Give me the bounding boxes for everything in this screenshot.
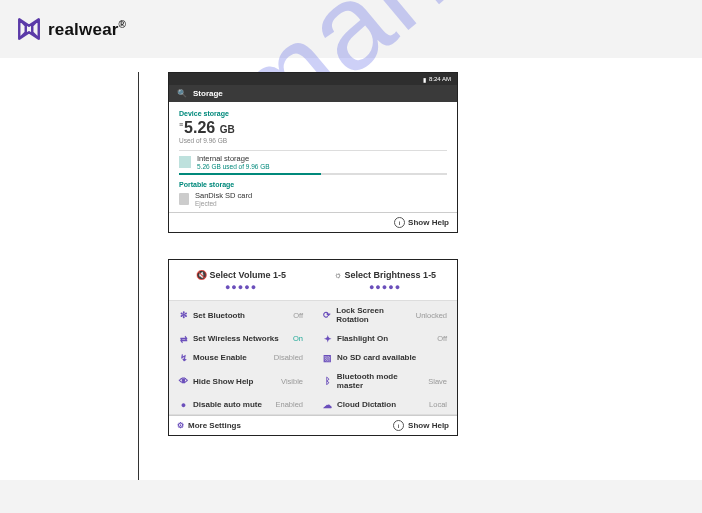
brand-logo: realwear® <box>16 16 126 42</box>
brightness-label: Select Brightness 1-5 <box>345 270 437 280</box>
search-icon: 🔍 <box>177 89 187 98</box>
storage-used-value: ≡5.26 GB <box>179 119 447 137</box>
lock-rotation[interactable]: ⟳Lock Screen Rotation Unlocked <box>313 301 457 329</box>
realwear-icon <box>16 16 42 42</box>
android-status-bar: ▮ 8:24 AM <box>169 73 457 85</box>
volume-slider[interactable]: 🔇 Select Volume 1-5 ●●●●● <box>169 260 313 300</box>
storage-used-caption: Used of 9.96 GB <box>179 137 447 144</box>
section-divider <box>138 72 139 482</box>
set-wireless[interactable]: ⇄Set Wireless Networks On <box>169 329 313 348</box>
storage-screenshot: ▮ 8:24 AM 🔍 Storage Device storage ≡5.26… <box>168 72 458 233</box>
brightness-dots: ●●●●● <box>313 282 457 292</box>
internal-storage-detail: 5.26 GB used of 9.96 GB <box>197 163 270 170</box>
quick-settings-sliders: 🔇 Select Volume 1-5 ●●●●● ☼ Select Brigh… <box>169 260 457 300</box>
more-settings-button[interactable]: ⚙ More Settings <box>177 421 241 430</box>
set-bluetooth[interactable]: ✻Set Bluetooth Off <box>169 301 313 329</box>
flashlight-icon: ✦ <box>323 334 332 343</box>
disk-icon <box>179 156 191 168</box>
quick-settings-screenshot: 🔇 Select Volume 1-5 ●●●●● ☼ Select Brigh… <box>168 259 458 436</box>
volume-dots: ●●●●● <box>169 282 313 292</box>
device-storage-label: Device storage <box>179 110 447 117</box>
battery-icon: ▮ <box>423 76 426 83</box>
rotation-icon: ⟳ <box>323 311 331 320</box>
flashlight[interactable]: ✦Flashlight On Off <box>313 329 457 348</box>
show-help-label: Show Help <box>408 218 449 227</box>
wifi-icon: ⇄ <box>179 334 188 343</box>
bt-mode-icon: ᛒ <box>323 377 332 386</box>
storage-body: Device storage ≡5.26 GB Used of 9.96 GB … <box>169 102 457 212</box>
storage-progress <box>179 173 447 175</box>
brand-name: realwear® <box>48 19 126 40</box>
portable-storage-label: Portable storage <box>179 181 447 188</box>
mouse-enable[interactable]: ↯Mouse Enable Disabled <box>169 348 313 367</box>
sd-icon: ▧ <box>323 353 332 362</box>
internal-storage-row[interactable]: Internal storage 5.26 GB used of 9.96 GB <box>179 150 447 171</box>
screen-title: Storage <box>193 89 223 98</box>
brightness-slider[interactable]: ☼ Select Brightness 1-5 ●●●●● <box>313 260 457 300</box>
hide-show-help[interactable]: 👁Hide Show Help Visible <box>169 367 313 395</box>
internal-storage-name: Internal storage <box>197 154 270 163</box>
storage-progress-fill <box>179 173 321 175</box>
volume-label: Select Volume 1-5 <box>210 270 286 280</box>
help-icon: i <box>394 217 405 228</box>
sd-card-name: SanDisk SD card <box>195 191 252 200</box>
bluetooth-icon: ✻ <box>179 311 188 320</box>
sd-card-status-cell[interactable]: ▧No SD card available <box>313 348 457 367</box>
help-icon: i <box>393 420 404 431</box>
quick-settings-grid: ✻Set Bluetooth Off ⟳Lock Screen Rotation… <box>169 300 457 415</box>
page-header: realwear® <box>0 0 702 58</box>
mouse-icon: ↯ <box>179 353 188 362</box>
bluetooth-mode[interactable]: ᛒBluetooth mode master Slave <box>313 367 457 395</box>
show-help-bar[interactable]: i Show Help <box>169 212 457 232</box>
mute-icon: ● <box>179 400 188 409</box>
sd-card-status: Ejected <box>195 200 252 207</box>
auto-mute[interactable]: ●Disable auto mute Enabled <box>169 395 313 414</box>
screen-title-bar: 🔍 Storage <box>169 85 457 102</box>
screenshots-column: ▮ 8:24 AM 🔍 Storage Device storage ≡5.26… <box>168 72 458 462</box>
page-footer-band <box>0 480 702 513</box>
sd-card-row[interactable]: SanDisk SD card Ejected <box>179 188 447 208</box>
show-help-button[interactable]: i Show Help <box>393 420 449 431</box>
sd-card-icon <box>179 193 189 205</box>
cloud-dictation[interactable]: ☁Cloud Dictation Local <box>313 395 457 414</box>
eye-icon: 👁 <box>179 377 188 386</box>
quick-settings-footer: ⚙ More Settings i Show Help <box>169 415 457 435</box>
gear-icon: ⚙ <box>177 421 184 430</box>
cloud-icon: ☁ <box>323 400 332 409</box>
status-time: 8:24 AM <box>429 76 451 82</box>
